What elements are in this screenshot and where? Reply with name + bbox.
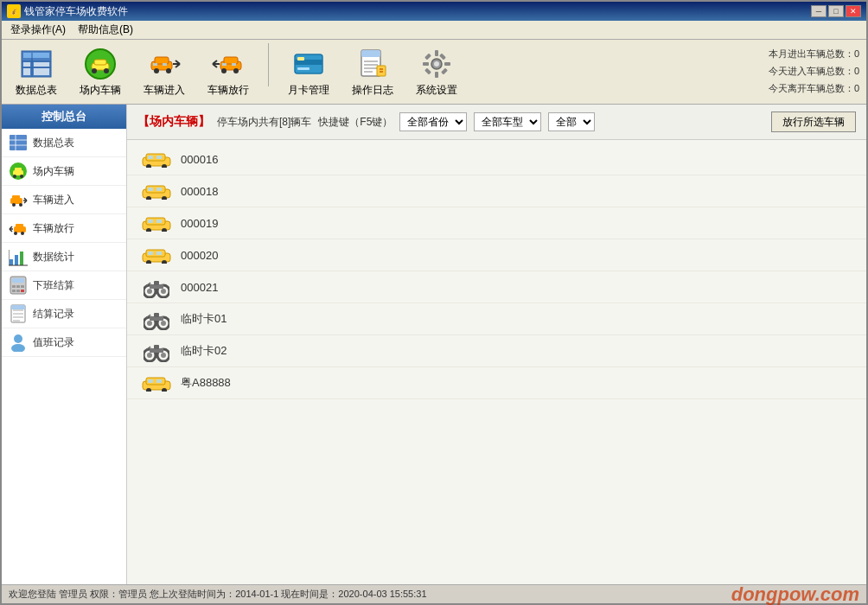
svg-rect-122 xyxy=(156,252,162,255)
filter-all[interactable]: 全部 xyxy=(548,112,595,131)
menu-bar: 登录操作(A) 帮助信息(B) xyxy=(2,21,866,40)
vehicle-id: 临时卡02 xyxy=(181,343,227,359)
svg-rect-85 xyxy=(12,285,16,288)
toolbar-btn-indoor[interactable]: 场内车辆 xyxy=(73,43,128,101)
sidebar-item-settle-record[interactable]: 结算记录 xyxy=(2,300,126,328)
vehicle-id: 000020 xyxy=(181,249,218,262)
content-info: 停车场内共有[8]辆车 xyxy=(217,115,311,130)
list-item[interactable]: 000020 xyxy=(127,239,866,271)
toolbar-buttons: 数据总表 场内车辆 xyxy=(9,43,769,101)
maximize-button[interactable]: □ xyxy=(828,5,844,17)
svg-point-25 xyxy=(221,68,227,73)
vehicle-id: 000021 xyxy=(181,281,218,294)
svg-rect-135 xyxy=(154,313,159,317)
svg-rect-52 xyxy=(441,67,448,74)
svg-rect-121 xyxy=(148,252,153,255)
window-controls: ─ □ ✕ xyxy=(811,5,861,17)
content-header: 【场内车辆】 停车场内共有[8]辆车 快捷键（F5键） 全部省份 全部车型 全部… xyxy=(127,105,866,140)
sidebar-record-icon xyxy=(9,304,28,323)
svg-point-98 xyxy=(11,344,25,352)
svg-rect-51 xyxy=(424,53,431,60)
content-title: 【场内车辆】 xyxy=(137,114,210,130)
svg-point-132 xyxy=(147,321,152,326)
svg-rect-89 xyxy=(16,290,20,292)
list-item[interactable]: 000019 xyxy=(127,207,866,239)
vehicle-id: 000019 xyxy=(181,217,218,230)
sidebar-car-enter-icon xyxy=(9,190,28,209)
svg-rect-28 xyxy=(232,63,236,66)
vehicle-car-icon xyxy=(141,245,172,265)
sidebar-item-indoor[interactable]: 场内车辆 xyxy=(2,157,126,186)
release-button[interactable]: 放行所选车辆 xyxy=(771,111,856,132)
sidebar-item-stats[interactable]: 数据统计 xyxy=(2,243,126,271)
svg-rect-80 xyxy=(20,252,23,265)
svg-rect-128 xyxy=(154,281,159,285)
svg-rect-11 xyxy=(94,60,106,65)
status-text: 欢迎您登陆 管理员 权限：管理员 您上次登陆时间为：2014-01-1 现在时间… xyxy=(9,588,427,601)
title-bar: 💰 钱管家停车场收费软件 ─ □ ✕ xyxy=(2,2,866,21)
svg-rect-42 xyxy=(377,66,386,76)
list-item[interactable]: 000018 xyxy=(127,175,866,207)
vehicle-car-icon xyxy=(141,373,172,393)
svg-point-63 xyxy=(20,175,23,178)
toolbar-btn-enter[interactable]: 车辆进入 xyxy=(137,43,192,101)
menu-help[interactable]: 帮助信息(B) xyxy=(73,21,138,39)
vehicle-id: 000018 xyxy=(181,185,218,198)
car-enter-icon xyxy=(147,47,182,81)
sidebar-item-enter[interactable]: 车辆进入 xyxy=(2,186,126,214)
filter-type[interactable]: 全部车型 xyxy=(474,112,541,131)
list-item[interactable]: 粤A88888 xyxy=(127,367,866,399)
vehicle-id: 000016 xyxy=(181,153,218,166)
toolbar-btn-log[interactable]: 操作日志 xyxy=(345,43,400,101)
svg-point-17 xyxy=(166,68,171,73)
toolbar-btn-release[interactable]: 车辆放行 xyxy=(201,43,256,101)
svg-point-126 xyxy=(161,289,166,294)
sidebar-label-settle-record: 结算记录 xyxy=(33,307,74,322)
window-title: 钱管家停车场收费软件 xyxy=(24,4,128,19)
svg-rect-50 xyxy=(444,62,450,66)
minimize-button[interactable]: ─ xyxy=(811,5,827,17)
main-area: 控制总台 数据总表 xyxy=(2,105,866,584)
list-item[interactable]: 000016 xyxy=(127,143,866,175)
list-item[interactable]: 000021 xyxy=(127,271,866,303)
svg-rect-5 xyxy=(23,62,30,67)
list-item[interactable]: 临时卡02 xyxy=(127,335,866,367)
main-window: 💰 钱管家停车场收费软件 ─ □ ✕ 登录操作(A) 帮助信息(B) xyxy=(0,0,868,605)
sidebar-item-exit[interactable]: 车辆放行 xyxy=(2,214,126,243)
svg-point-73 xyxy=(14,232,17,235)
vehicle-car-icon xyxy=(141,213,172,233)
list-item[interactable]: 临时卡01 xyxy=(127,303,866,335)
svg-rect-15 xyxy=(155,57,169,64)
sidebar-item-duty-record[interactable]: 值班记录 xyxy=(2,328,126,357)
svg-rect-61 xyxy=(15,168,22,172)
svg-rect-8 xyxy=(34,68,49,75)
content-area: 【场内车辆】 停车场内共有[8]辆车 快捷键（F5键） 全部省份 全部车型 全部… xyxy=(127,105,866,584)
stat-today-enter: 今天进入车辆总数：0 xyxy=(769,63,859,80)
svg-rect-90 xyxy=(21,290,24,292)
sidebar-item-settle[interactable]: 下班结算 xyxy=(2,271,126,300)
gear-icon xyxy=(419,47,454,81)
vehicle-list: 000016 000018 xyxy=(127,140,866,584)
menu-login[interactable]: 登录操作(A) xyxy=(5,21,71,39)
vehicle-id: 临时卡01 xyxy=(181,311,227,327)
svg-rect-55 xyxy=(10,135,27,150)
watermark: dongpow.com xyxy=(731,583,859,606)
svg-point-46 xyxy=(434,61,439,67)
filter-province[interactable]: 全部省份 xyxy=(399,112,467,131)
toolbar-btn-data-table[interactable]: 数据总表 xyxy=(9,43,64,101)
toolbar-btn-settings[interactable]: 系统设置 xyxy=(409,43,464,101)
vehicle-moto-icon xyxy=(141,277,172,297)
sidebar-item-data-table[interactable]: 数据总表 xyxy=(2,129,126,157)
sidebar-label-enter: 车辆进入 xyxy=(33,193,74,207)
toolbar-btn-monthcard[interactable]: 月卡管理 xyxy=(281,43,336,101)
svg-point-67 xyxy=(19,203,22,207)
title-bar-left: 💰 钱管家停车场收费软件 xyxy=(7,4,128,19)
svg-rect-110 xyxy=(156,188,162,191)
sidebar: 控制总台 数据总表 xyxy=(2,105,127,584)
svg-point-74 xyxy=(21,232,24,235)
vehicle-moto-icon xyxy=(141,341,172,361)
toolbar: 数据总表 场内车辆 xyxy=(2,40,866,105)
svg-rect-47 xyxy=(435,50,438,56)
close-button[interactable]: ✕ xyxy=(846,5,861,17)
sidebar-label-indoor: 场内车辆 xyxy=(33,164,74,179)
